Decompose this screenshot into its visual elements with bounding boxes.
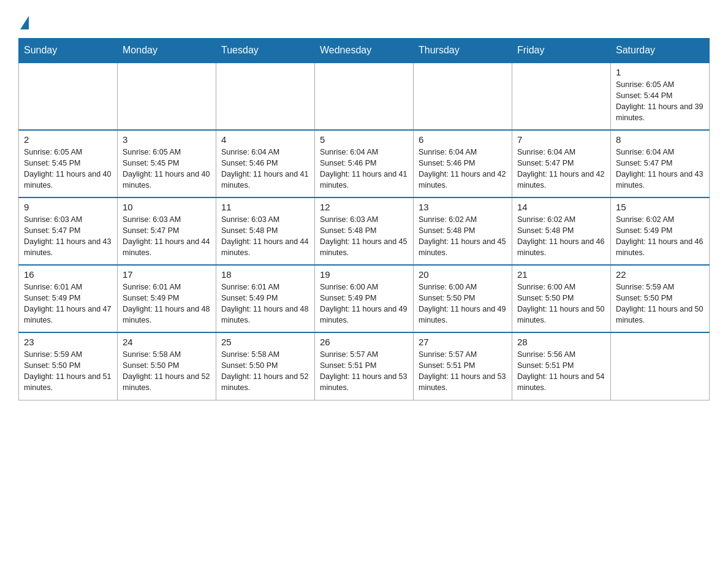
calendar-cell: 12Sunrise: 6:03 AMSunset: 5:48 PMDayligh… (315, 197, 414, 265)
calendar-cell: 8Sunrise: 6:04 AMSunset: 5:47 PMDaylight… (611, 130, 710, 197)
day-number: 19 (320, 269, 408, 280)
calendar-cell: 15Sunrise: 6:02 AMSunset: 5:49 PMDayligh… (611, 197, 710, 265)
day-number: 18 (221, 269, 309, 280)
day-info: Sunrise: 6:04 AMSunset: 5:46 PMDaylight:… (221, 147, 309, 191)
calendar-week-row-5: 23Sunrise: 5:59 AMSunset: 5:50 PMDayligh… (19, 332, 710, 400)
day-info: Sunrise: 6:02 AMSunset: 5:48 PMDaylight:… (419, 214, 507, 259)
day-number: 6 (419, 134, 507, 145)
day-number: 24 (123, 337, 211, 347)
day-number: 23 (24, 337, 112, 347)
day-info: Sunrise: 6:04 AMSunset: 5:46 PMDaylight:… (320, 147, 408, 191)
logo-triangle-icon (20, 16, 29, 29)
calendar-table: SundayMondayTuesdayWednesdayThursdayFrid… (18, 38, 710, 400)
day-info: Sunrise: 6:03 AMSunset: 5:47 PMDaylight:… (24, 214, 112, 259)
day-info: Sunrise: 6:02 AMSunset: 5:49 PMDaylight:… (616, 214, 704, 259)
calendar-cell (414, 63, 512, 130)
day-info: Sunrise: 6:04 AMSunset: 5:46 PMDaylight:… (419, 147, 507, 191)
day-number: 9 (24, 202, 112, 212)
logo (18, 18, 29, 28)
day-number: 14 (517, 202, 605, 212)
calendar-cell: 1Sunrise: 6:05 AMSunset: 5:44 PMDaylight… (611, 63, 710, 130)
day-info: Sunrise: 6:01 AMSunset: 5:49 PMDaylight:… (123, 282, 211, 326)
calendar-cell: 16Sunrise: 6:01 AMSunset: 5:49 PMDayligh… (19, 265, 118, 332)
calendar-cell (315, 63, 414, 130)
day-info: Sunrise: 5:57 AMSunset: 5:51 PMDaylight:… (320, 349, 408, 394)
calendar-cell (19, 63, 118, 130)
calendar-week-row-3: 9Sunrise: 6:03 AMSunset: 5:47 PMDaylight… (19, 197, 710, 265)
day-number: 15 (616, 202, 704, 212)
calendar-cell: 4Sunrise: 6:04 AMSunset: 5:46 PMDaylight… (216, 130, 315, 197)
calendar-header-thursday: Thursday (414, 39, 512, 63)
calendar-header-monday: Monday (118, 39, 216, 63)
calendar-cell (216, 63, 315, 130)
calendar-header-tuesday: Tuesday (216, 39, 315, 63)
day-number: 13 (419, 202, 507, 212)
calendar-cell: 6Sunrise: 6:04 AMSunset: 5:46 PMDaylight… (414, 130, 512, 197)
day-info: Sunrise: 5:58 AMSunset: 5:50 PMDaylight:… (221, 349, 309, 394)
calendar-cell (611, 332, 710, 400)
calendar-cell: 11Sunrise: 6:03 AMSunset: 5:48 PMDayligh… (216, 197, 315, 265)
day-number: 28 (517, 337, 605, 347)
calendar-cell: 3Sunrise: 6:05 AMSunset: 5:45 PMDaylight… (118, 130, 216, 197)
calendar-cell (512, 63, 611, 130)
day-number: 25 (221, 337, 309, 347)
calendar-cell: 28Sunrise: 5:56 AMSunset: 5:51 PMDayligh… (512, 332, 611, 400)
day-number: 20 (419, 269, 507, 280)
day-info: Sunrise: 6:00 AMSunset: 5:49 PMDaylight:… (320, 282, 408, 326)
day-number: 7 (517, 134, 605, 145)
calendar-header-sunday: Sunday (19, 39, 118, 63)
calendar-week-row-2: 2Sunrise: 6:05 AMSunset: 5:45 PMDaylight… (19, 130, 710, 197)
calendar-cell: 7Sunrise: 6:04 AMSunset: 5:47 PMDaylight… (512, 130, 611, 197)
day-number: 22 (616, 269, 704, 280)
calendar-cell: 27Sunrise: 5:57 AMSunset: 5:51 PMDayligh… (414, 332, 512, 400)
day-number: 21 (517, 269, 605, 280)
calendar-cell: 2Sunrise: 6:05 AMSunset: 5:45 PMDaylight… (19, 130, 118, 197)
day-number: 10 (123, 202, 211, 212)
day-info: Sunrise: 6:03 AMSunset: 5:47 PMDaylight:… (123, 214, 211, 259)
calendar-cell: 19Sunrise: 6:00 AMSunset: 5:49 PMDayligh… (315, 265, 414, 332)
day-number: 11 (221, 202, 309, 212)
day-info: Sunrise: 5:59 AMSunset: 5:50 PMDaylight:… (24, 349, 112, 394)
calendar-cell: 22Sunrise: 5:59 AMSunset: 5:50 PMDayligh… (611, 265, 710, 332)
calendar-cell: 21Sunrise: 6:00 AMSunset: 5:50 PMDayligh… (512, 265, 611, 332)
calendar-cell (118, 63, 216, 130)
day-info: Sunrise: 6:03 AMSunset: 5:48 PMDaylight:… (221, 214, 309, 259)
calendar-cell: 10Sunrise: 6:03 AMSunset: 5:47 PMDayligh… (118, 197, 216, 265)
day-info: Sunrise: 6:00 AMSunset: 5:50 PMDaylight:… (517, 282, 605, 326)
calendar-cell: 24Sunrise: 5:58 AMSunset: 5:50 PMDayligh… (118, 332, 216, 400)
calendar-cell: 23Sunrise: 5:59 AMSunset: 5:50 PMDayligh… (19, 332, 118, 400)
day-number: 16 (24, 269, 112, 280)
calendar-cell: 17Sunrise: 6:01 AMSunset: 5:49 PMDayligh… (118, 265, 216, 332)
calendar-cell: 14Sunrise: 6:02 AMSunset: 5:48 PMDayligh… (512, 197, 611, 265)
calendar-cell: 18Sunrise: 6:01 AMSunset: 5:49 PMDayligh… (216, 265, 315, 332)
calendar-cell: 25Sunrise: 5:58 AMSunset: 5:50 PMDayligh… (216, 332, 315, 400)
day-info: Sunrise: 6:05 AMSunset: 5:45 PMDaylight:… (123, 147, 211, 191)
day-info: Sunrise: 6:03 AMSunset: 5:48 PMDaylight:… (320, 214, 408, 259)
day-number: 1 (616, 67, 704, 77)
calendar-week-row-1: 1Sunrise: 6:05 AMSunset: 5:44 PMDaylight… (19, 63, 710, 130)
day-number: 12 (320, 202, 408, 212)
day-info: Sunrise: 6:05 AMSunset: 5:44 PMDaylight:… (616, 79, 704, 124)
day-info: Sunrise: 6:01 AMSunset: 5:49 PMDaylight:… (221, 282, 309, 326)
day-number: 26 (320, 337, 408, 347)
calendar-cell: 9Sunrise: 6:03 AMSunset: 5:47 PMDaylight… (19, 197, 118, 265)
day-info: Sunrise: 5:57 AMSunset: 5:51 PMDaylight:… (419, 349, 507, 394)
day-info: Sunrise: 6:02 AMSunset: 5:48 PMDaylight:… (517, 214, 605, 259)
calendar-header-friday: Friday (512, 39, 611, 63)
day-info: Sunrise: 5:58 AMSunset: 5:50 PMDaylight:… (123, 349, 211, 394)
calendar-cell: 26Sunrise: 5:57 AMSunset: 5:51 PMDayligh… (315, 332, 414, 400)
day-info: Sunrise: 6:04 AMSunset: 5:47 PMDaylight:… (616, 147, 704, 191)
calendar-cell: 13Sunrise: 6:02 AMSunset: 5:48 PMDayligh… (414, 197, 512, 265)
calendar-week-row-4: 16Sunrise: 6:01 AMSunset: 5:49 PMDayligh… (19, 265, 710, 332)
calendar-cell: 5Sunrise: 6:04 AMSunset: 5:46 PMDaylight… (315, 130, 414, 197)
day-number: 8 (616, 134, 704, 145)
day-info: Sunrise: 5:59 AMSunset: 5:50 PMDaylight:… (616, 282, 704, 326)
calendar-header-row: SundayMondayTuesdayWednesdayThursdayFrid… (19, 39, 710, 63)
day-number: 4 (221, 134, 309, 145)
day-info: Sunrise: 6:00 AMSunset: 5:50 PMDaylight:… (419, 282, 507, 326)
day-info: Sunrise: 6:01 AMSunset: 5:49 PMDaylight:… (24, 282, 112, 326)
calendar-header-saturday: Saturday (611, 39, 710, 63)
day-number: 3 (123, 134, 211, 145)
day-number: 2 (24, 134, 112, 145)
day-number: 5 (320, 134, 408, 145)
